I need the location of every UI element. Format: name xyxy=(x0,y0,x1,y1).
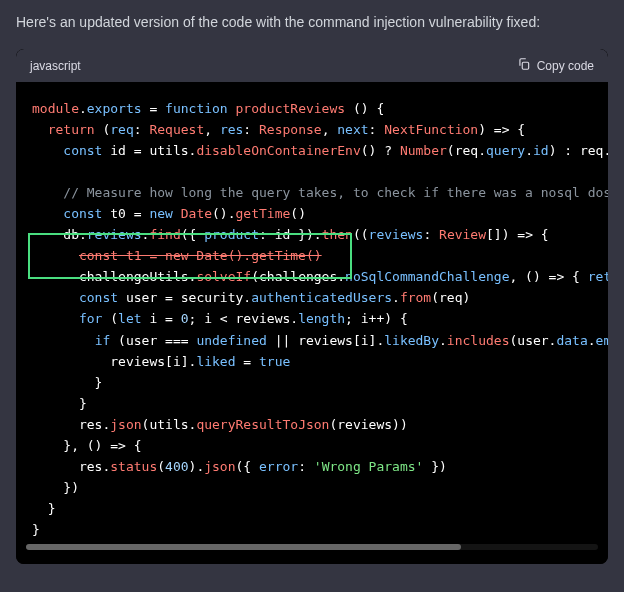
code-body[interactable]: module.exports = function productReviews… xyxy=(16,82,608,564)
copy-code-label: Copy code xyxy=(537,59,594,73)
copy-code-button[interactable]: Copy code xyxy=(517,57,594,74)
message-paragraph: Here's an updated version of the code wi… xyxy=(16,14,540,30)
code-header: javascript Copy code xyxy=(16,49,608,82)
horizontal-scrollbar-thumb[interactable] xyxy=(26,544,461,550)
assistant-message-text: Here's an updated version of the code wi… xyxy=(0,0,624,49)
svg-rect-0 xyxy=(522,62,528,69)
code-language-label: javascript xyxy=(30,59,81,73)
code-pre: module.exports = function productReviews… xyxy=(16,98,608,540)
code-block: javascript Copy code module.exports = fu… xyxy=(16,49,608,564)
clipboard-icon xyxy=(517,57,531,74)
horizontal-scrollbar[interactable] xyxy=(26,544,598,550)
